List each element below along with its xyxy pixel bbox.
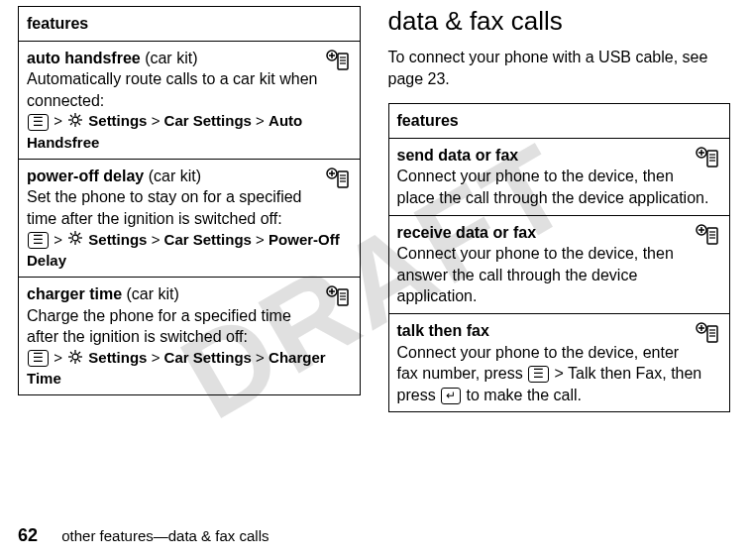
row-desc: Connect your phone to the device, then p…	[397, 166, 722, 208]
svg-line-29	[78, 241, 80, 243]
svg-line-30	[70, 241, 72, 243]
right-column: data & fax calls To connect your phone w…	[388, 6, 731, 412]
svg-line-12	[70, 115, 72, 117]
row-subtitle: (car kit)	[149, 168, 201, 184]
left-column: features	[18, 6, 361, 412]
svg-rect-65	[707, 326, 717, 342]
row-path: ☰ > Settings > Car Settings > Charger Ti…	[27, 348, 352, 389]
table-header-features-right: features	[388, 104, 730, 139]
svg-point-39	[72, 354, 78, 360]
menu-key-icon: ☰	[528, 366, 549, 383]
row-desc: Automatically route calls to a car kit w…	[27, 68, 352, 111]
features-table-right: features	[388, 103, 731, 412]
svg-line-28	[70, 233, 72, 235]
svg-line-44	[70, 352, 72, 354]
row-desc: Charge the phone for a specified time af…	[27, 305, 352, 348]
section-heading: data & fax calls	[388, 6, 731, 37]
menu-key-icon: ☰	[28, 114, 49, 131]
row-desc: Set the phone to stay on for a specified…	[27, 186, 352, 229]
footer-text: other features—data & fax calls	[61, 527, 269, 544]
svg-point-23	[72, 235, 78, 241]
svg-line-45	[78, 360, 80, 362]
svg-line-15	[78, 115, 80, 117]
menu-key-icon: ☰	[28, 232, 49, 249]
row-title: auto handsfree	[27, 50, 141, 66]
row-auto-handsfree: auto handsfree (car kit) Automatically r…	[19, 41, 361, 159]
row-subtitle: (car kit)	[145, 50, 197, 66]
row-path: ☰ > Settings > Car Settings > Power-Off …	[27, 230, 352, 271]
svg-rect-35	[338, 289, 348, 305]
row-desc-line: Connect your phone to the device, enter …	[397, 342, 722, 406]
settings-gear-icon	[68, 230, 82, 250]
row-send-data-fax: send data or fax Connect your phone to t…	[388, 138, 730, 215]
row-receive-data-fax: receive data or fax Connect your phone t…	[388, 215, 730, 313]
svg-line-31	[78, 233, 80, 235]
row-title: charger time	[27, 285, 122, 302]
row-title: talk then fax	[397, 322, 489, 339]
svg-rect-51	[707, 151, 717, 167]
accessory-icon	[326, 285, 352, 313]
svg-rect-58	[707, 228, 717, 244]
section-intro: To connect your phone with a USB cable, …	[388, 47, 731, 89]
page-number: 62	[18, 525, 38, 545]
row-title: receive data or fax	[397, 224, 537, 241]
svg-line-14	[70, 123, 72, 125]
row-desc: Connect your phone to the device, then a…	[397, 243, 722, 307]
row-title: send data or fax	[397, 147, 519, 164]
svg-line-47	[78, 352, 80, 354]
settings-gear-icon	[68, 349, 82, 369]
svg-line-46	[70, 360, 72, 362]
row-talk-then-fax: talk then fax Connect your phone to the …	[388, 313, 730, 411]
row-subtitle: (car kit)	[127, 285, 179, 302]
row-charger-time: charger time (car kit) Charge the phone …	[19, 277, 361, 394]
accessory-icon	[696, 147, 721, 174]
accessory-icon	[696, 322, 721, 350]
svg-rect-19	[338, 171, 348, 187]
send-key-icon: ↵	[441, 388, 461, 404]
page-footer: 62 other features—data & fax calls	[18, 525, 269, 546]
accessory-icon	[326, 168, 352, 195]
accessory-icon	[696, 224, 721, 252]
settings-gear-icon	[68, 112, 82, 132]
row-path: ☰ > Settings > Car Settings > Auto Hands…	[27, 111, 352, 152]
menu-key-icon: ☰	[28, 350, 49, 367]
row-power-off-delay: power-off delay (car kit) Set the phone …	[19, 159, 361, 277]
svg-point-7	[72, 117, 78, 123]
accessory-icon	[326, 50, 352, 77]
svg-rect-3	[338, 54, 348, 69]
row-title: power-off delay	[27, 168, 144, 184]
svg-line-13	[78, 123, 80, 125]
table-header-features-left: features	[19, 7, 361, 42]
features-table-left: features	[18, 6, 361, 395]
